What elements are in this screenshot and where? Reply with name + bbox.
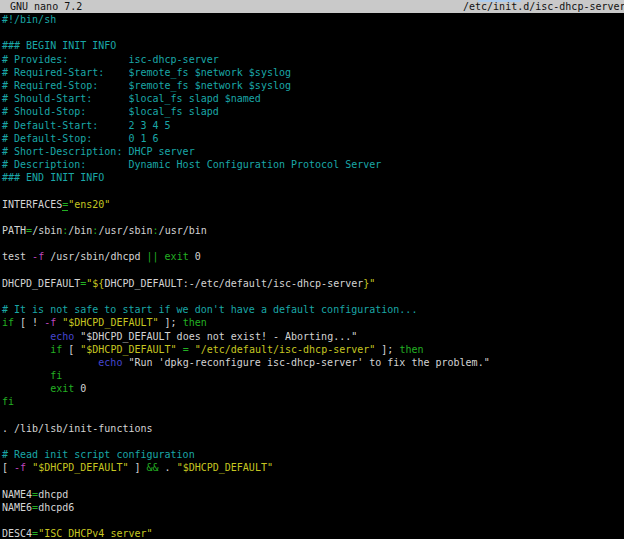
code-segment [2,357,98,368]
code-segment: # Default-Start: 2 3 4 5 [2,120,171,131]
nano-titlebar: GNU nano 7.2 /etc/init.d/isc-dhcp-server [0,0,624,13]
code-segment: || [147,251,159,262]
code-segment: ### BEGIN INIT INFO [2,40,116,51]
code-segment: fi [2,396,14,407]
editor-line[interactable] [2,26,624,39]
code-segment: dhcpd [38,489,68,500]
code-segment: dhcpd6 [38,502,74,513]
highlight-artifact [478,0,521,2]
editor-line[interactable] [2,211,624,224]
nano-terminal: GNU nano 7.2 /etc/init.d/isc-dhcp-server… [0,0,624,539]
code-segment: "${ [86,278,104,289]
code-segment: && [147,462,159,473]
editor-line[interactable]: # Default-Start: 2 3 4 5 [2,119,624,132]
editor-line[interactable]: if [ "$DHCPD_DEFAULT" = "/etc/default/is… [2,343,624,356]
editor-line[interactable] [2,475,624,488]
editor-line[interactable]: fi [2,369,624,382]
code-segment: # Should-Stop: $local_fs slapd [2,106,219,117]
editor-line[interactable] [2,435,624,448]
code-segment [2,370,50,381]
code-segment: -f [44,317,56,328]
code-segment: "Run 'dpkg-reconfigure isc-dhcp-server' … [122,357,489,368]
code-segment: test [2,251,32,262]
editor-line[interactable]: INTERFACES="ens20" [2,198,624,211]
editor-line[interactable] [2,264,624,277]
editor-line[interactable]: fi [2,395,624,408]
code-segment: # Default-Stop: 0 1 6 [2,133,159,144]
editor-line[interactable]: # Should-Stop: $local_fs slapd [2,105,624,118]
code-segment: "/etc/default/isc-dhcp-server" [195,344,376,355]
editor-line[interactable]: test -f /usr/sbin/dhcpd || exit 0 [2,250,624,263]
editor-line[interactable]: # Required-Stop: $remote_fs $network $sy… [2,79,624,92]
editor-line[interactable]: # Description: Dynamic Host Configuratio… [2,158,624,171]
code-segment: # Required-Stop: $remote_fs $network $sy… [2,80,291,91]
code-segment: INTERFACES [2,199,62,210]
editor-line[interactable]: exit 0 [2,382,624,395]
code-segment: then [183,317,207,328]
code-segment [2,383,50,394]
code-segment: DHCPD_DEFAULT [2,278,80,289]
code-segment: 0 [74,383,86,394]
editor-line[interactable]: NAME4=dhcpd [2,488,624,501]
code-segment: # Should-Start: $local_fs slapd $named [2,93,261,104]
editor-area[interactable]: #!/bin/sh### BEGIN INIT INFO# Provides: … [0,13,624,539]
code-segment: . /lib/lsb/init-functions [2,423,153,434]
code-segment: [ ! [14,317,44,328]
editor-line[interactable]: ### BEGIN INIT INFO [2,39,624,52]
code-segment: "$DHCPD_DEFAULT" [32,462,128,473]
editor-line[interactable]: if [ ! -f "$DHCPD_DEFAULT" ]; then [2,316,624,329]
code-segment: /usr/sbin [98,225,152,236]
code-segment: /usr/sbin/dhcpd [44,251,146,262]
code-segment: "ISC DHCPv4 server" [38,528,152,539]
editor-line[interactable]: # Required-Start: $remote_fs $network $s… [2,66,624,79]
code-segment: ]; [375,344,399,355]
code-segment [2,331,50,342]
editor-line[interactable]: # Short-Description: DHCP server [2,145,624,158]
code-segment: [ [2,462,14,473]
editor-line[interactable]: # Provides: isc-dhcp-server [2,53,624,66]
editor-line[interactable]: # Default-Stop: 0 1 6 [2,132,624,145]
code-segment: if [50,344,62,355]
code-segment: 0 [189,251,201,262]
editor-line[interactable] [2,514,624,527]
code-segment: exit [165,251,189,262]
code-segment: echo [50,331,74,342]
editor-line[interactable] [2,184,624,197]
editor-line[interactable]: NAME6=dhcpd6 [2,501,624,514]
code-segment: /usr/bin [159,225,207,236]
code-segment: exit [50,383,74,394]
editor-line[interactable]: . /lib/lsb/init-functions [2,422,624,435]
code-segment: "$DHCPD_DEFAULT" [177,462,273,473]
editor-line[interactable]: #!/bin/sh [2,13,624,26]
code-segment: DESC4 [2,528,32,539]
code-segment: "$DHCPD_DEFAULT does not exist! - Aborti… [74,331,357,342]
code-segment: /sbin [32,225,62,236]
code-segment: . [159,462,177,473]
code-segment: # Short-Description: DHCP server [2,146,195,157]
editor-line[interactable]: # Should-Start: $local_fs slapd $named [2,92,624,105]
code-segment: NAME6 [2,502,32,513]
editor-line[interactable]: echo "Run 'dpkg-reconfigure isc-dhcp-ser… [2,356,624,369]
code-segment: [ [62,344,80,355]
editor-line[interactable]: [ -f "$DHCPD_DEFAULT" ] && . "$DHCPD_DEF… [2,461,624,474]
code-segment: fi [50,370,62,381]
editor-line[interactable]: echo "$DHCPD_DEFAULT does not exist! - A… [2,330,624,343]
code-segment: "$DHCPD_DEFAULT" [62,317,158,328]
editor-line[interactable]: DHCPD_DEFAULT="${DHCPD_DEFAULT:-/etc/def… [2,277,624,290]
code-segment: # Required-Start: $remote_fs $network $s… [2,67,291,78]
editor-line[interactable]: # Read init script configuration [2,448,624,461]
editor-line[interactable]: DESC4="ISC DHCPv4 server" [2,527,624,539]
code-segment: then [399,344,423,355]
code-segment: -f [32,251,44,262]
code-segment: }" [363,278,375,289]
code-segment: NAME4 [2,489,32,500]
editor-line[interactable] [2,290,624,303]
editor-line[interactable] [2,409,624,422]
editor-line[interactable]: ### END INIT INFO [2,171,624,184]
editor-line[interactable] [2,237,624,250]
code-segment: "ens20" [68,199,110,210]
editor-line[interactable]: # It is not safe to start if we don't ha… [2,303,624,316]
code-segment: ### END INIT INFO [2,172,104,183]
code-segment: PATH [2,225,26,236]
editor-line[interactable]: PATH=/sbin:/bin:/usr/sbin:/usr/bin [2,224,624,237]
